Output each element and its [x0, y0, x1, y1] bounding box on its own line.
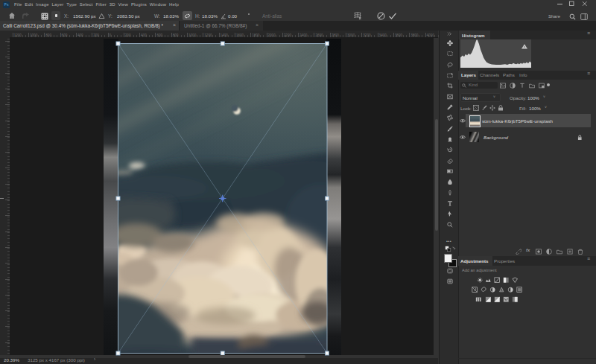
svg-text:800: 800 — [45, 33, 51, 37]
svg-text:3400: 3400 — [379, 33, 387, 37]
svg-text:3800: 3800 — [410, 33, 419, 37]
svg-text:1000: 1000 — [30, 33, 38, 37]
svg-text:1200: 1200 — [14, 33, 22, 37]
svg-text:400: 400 — [77, 33, 83, 37]
svg-text:600: 600 — [62, 33, 68, 37]
svg-text:3000: 3000 — [347, 33, 355, 37]
svg-text:4000: 4000 — [427, 33, 435, 37]
svg-text:200: 200 — [93, 33, 99, 37]
svg-text:3200: 3200 — [363, 33, 371, 37]
svg-text:3600: 3600 — [395, 33, 403, 37]
